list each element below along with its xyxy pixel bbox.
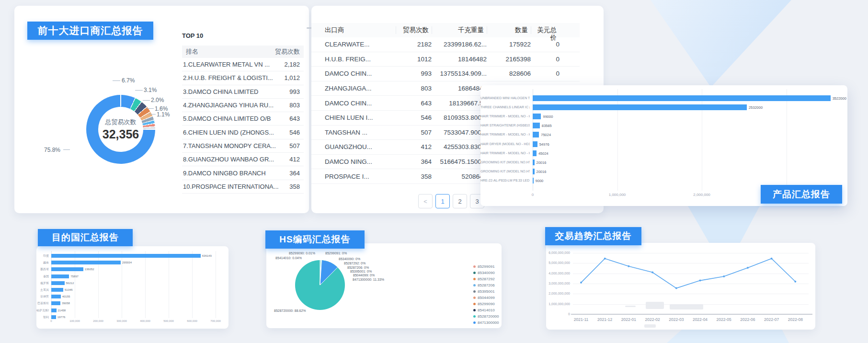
callout-line	[147, 108, 154, 109]
legend-label: 8528720000	[478, 314, 499, 319]
table-cell: 4255303.830...	[432, 143, 487, 150]
top10-importer-name: 8.GUANGZHOU WANBAO GR...	[183, 156, 274, 163]
donut-callout: 2.0%	[151, 97, 164, 103]
top10-trade-count: 546	[289, 129, 300, 136]
x-axis-tick-label: 0	[50, 320, 52, 322]
top10-row: 6.CHIEN LUEN IND (ZHONGS...546	[182, 126, 304, 139]
table-cell: 803	[396, 85, 432, 92]
legend-item[interactable]: 85414010	[473, 308, 495, 312]
callout-line	[143, 100, 150, 101]
legend-dot	[473, 284, 476, 286]
bar-value-label: 20016	[537, 160, 547, 165]
importers-donut-chart: 总贸易次数 32,356	[86, 95, 155, 164]
legend-item[interactable]: 8471300000	[473, 320, 499, 325]
table-cell: 2165398	[487, 56, 531, 63]
callout-line	[135, 90, 143, 91]
table-cell: 1012	[396, 56, 432, 63]
table-cell: CHIEN LUEN I...	[325, 114, 396, 121]
col-kg-weight: 千克重量	[432, 26, 487, 34]
pie-callout-label: 85287206: 0%	[347, 266, 369, 269]
legend-item[interactable]: 85287206	[473, 283, 495, 287]
bar-value-label: 636149	[202, 254, 212, 257]
pie-callout-label: 85299090: 0.01%	[281, 252, 315, 255]
trend-summary-card: 01,000,000,0002,000,000,0003,000,000,000…	[546, 243, 815, 330]
products-banner: 产品汇总报告	[761, 185, 842, 204]
legend-item[interactable]: 85287292	[473, 277, 495, 281]
bar-category-label: 泰国	[36, 274, 49, 279]
top10-trade-count: 993	[289, 88, 300, 95]
legend-item[interactable]: 8528720000	[473, 314, 499, 319]
legend-item[interactable]: 85299090	[473, 302, 495, 306]
bar-value-label: 56212	[66, 282, 74, 285]
legend-item[interactable]: 85299091	[473, 264, 495, 269]
top10-importer-name: 10.PROSPACE INTERNATIONA...	[183, 183, 279, 190]
top10-row: 7.TANGSHAN MONOPY CERA...507	[182, 139, 304, 153]
legend-dot	[473, 309, 476, 311]
table-cell: 8109353.800...	[432, 114, 487, 121]
table-cell: 7533047.900...	[432, 129, 487, 136]
table-row: DAMCO CHIN...99313755134.909...8286060	[311, 67, 580, 81]
table-cell: TANGSHAN ...	[325, 129, 396, 136]
top10-trade-count: 412	[289, 156, 300, 163]
table-cell: 507	[396, 129, 432, 136]
bar-value-label: 295934	[122, 261, 132, 264]
x-axis-tick-label: 700,000	[210, 320, 221, 322]
x-axis-tick-label: 500,000	[163, 320, 174, 322]
legend-item[interactable]: 85395001	[473, 289, 495, 294]
legend-item[interactable]: 85044099	[473, 296, 495, 300]
top10-importer-name: 1.CLEARWATER METAL VN ...	[183, 61, 270, 68]
pie-callout-label: 85044099: 0%	[353, 274, 375, 277]
legend-dot	[473, 297, 476, 299]
bar	[533, 160, 535, 165]
donut-center-label: 总贸易次数	[105, 118, 137, 126]
pie-callout-label: 85340090: 0%	[339, 257, 360, 261]
destinations-summary-card: 0100,000200,000300,000400,000500,000600,…	[36, 246, 228, 329]
callout-line	[113, 80, 120, 81]
legend-item[interactable]: 85340090	[473, 271, 495, 275]
pagination-prev-button[interactable]: <	[418, 194, 433, 208]
table-cell: DAMCO CHIN...	[325, 100, 396, 107]
exporters-table-header: 出口商 贸易次数 千克重量 数量 美元总价	[311, 23, 580, 37]
bar-category-label: 印度	[36, 254, 49, 258]
pagination-page-2[interactable]: 2	[453, 194, 467, 208]
top10-row: 8.GUANGZHOU WANBAO GR...412	[182, 153, 304, 166]
x-axis-tick-label: 100,000	[69, 320, 80, 322]
donut-callout: 75.8%	[44, 147, 60, 153]
bar-category-label: 越南	[36, 261, 49, 265]
top10-importer-name: 9.DAMCO NINGBO BRANCH	[183, 170, 266, 177]
table-cell: 0	[531, 70, 560, 77]
bar	[51, 261, 121, 264]
top10-row: 10.PROSPACE INTERNATIONA...358	[182, 180, 304, 194]
legend-label: 85299091	[478, 264, 495, 269]
trend-banner: 交易趋势汇总报告	[545, 227, 641, 245]
table-cell: 828606	[487, 70, 531, 77]
top10-trade-count: 1,012	[284, 74, 300, 81]
legend-dot	[473, 290, 476, 293]
table-cell: 16864847	[432, 85, 487, 92]
bar	[51, 295, 61, 298]
legend-dot	[473, 303, 476, 305]
top10-row: 4.ZHANGJIAGANG YIHUA RU...803	[182, 99, 304, 112]
bar	[533, 132, 539, 137]
table-cell: 0	[531, 41, 560, 48]
table-cell: DAMCO CHIN...	[325, 70, 396, 77]
legend-label: 85299090	[478, 302, 495, 306]
gridline	[145, 251, 146, 318]
table-cell: DAMCO NING...	[325, 158, 396, 165]
bar-value-label: 9000	[536, 179, 544, 183]
table-cell: GUANGZHOU...	[325, 143, 396, 150]
table-cell: 13755134.909...	[432, 70, 487, 77]
hs-code-banner: HS编码汇总报告	[265, 230, 365, 249]
col-exporter: 出口商	[325, 26, 396, 34]
top10-col-count: 贸易次数	[275, 47, 300, 56]
bar	[533, 104, 747, 110]
bar-value-label: 2532000	[749, 105, 763, 110]
bar	[533, 169, 535, 174]
hs-code-summary-card: 85299090: 0.01%85414010: 0.04%85299091: …	[266, 243, 502, 328]
pagination-page-1[interactable]: 1	[435, 194, 450, 208]
legend-label: 85044099	[478, 296, 495, 300]
bar-value-label: 40155	[62, 295, 70, 298]
table-cell: ZHANGJIAGA...	[325, 85, 396, 92]
bar-category-label: HRE-22-AL-P833-LM P8.33 LED MO...	[480, 179, 530, 182]
bar-value-label: 21458	[58, 309, 66, 312]
